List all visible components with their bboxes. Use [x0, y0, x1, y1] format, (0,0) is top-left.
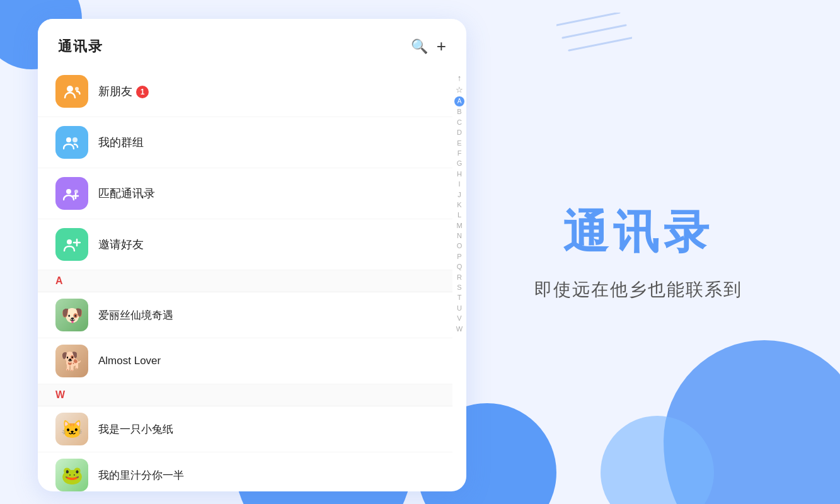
right-panel-subtitle: 即使远在他乡也能联系到	[534, 278, 742, 302]
contact-list: 新朋友1 我的群组	[38, 66, 452, 491]
invite-friends-item[interactable]: 邀请好友	[38, 219, 452, 270]
svg-point-5	[66, 137, 71, 142]
svg-point-9	[67, 239, 72, 244]
my-groups-label: 我的群组	[98, 135, 144, 150]
content-area: 新朋友1 我的群组	[38, 66, 466, 491]
half-avatar: 🐸	[55, 459, 88, 491]
match-contacts-label: 匹配通讯录	[98, 186, 155, 201]
rabbit-avatar: 🐱	[55, 413, 88, 445]
contacts-header: 通讯录 🔍 +	[38, 19, 466, 66]
invite-friends-label: 邀请好友	[98, 237, 144, 252]
contact-alice[interactable]: 🐶 爱丽丝仙境奇遇	[38, 292, 452, 338]
almost-lover-avatar: 🐕	[55, 345, 88, 377]
new-friends-icon	[55, 75, 88, 108]
contact-half[interactable]: 🐸 我的里汁分你一半	[38, 452, 452, 491]
almost-lover-name: Almost Lover	[98, 355, 161, 367]
match-contacts-icon	[55, 177, 88, 210]
contact-almost-lover[interactable]: 🐕 Almost Lover	[38, 338, 452, 384]
rabbit-name: 我是一只小兔纸	[98, 422, 173, 437]
alice-name: 爱丽丝仙境奇遇	[98, 308, 173, 323]
new-friends-label: 新朋友1	[98, 84, 149, 99]
match-contacts-item[interactable]: 匹配通讯录	[38, 168, 452, 219]
svg-point-8	[74, 190, 78, 193]
half-name: 我的里汁分你一半	[98, 468, 184, 483]
alice-avatar: 🐶	[55, 299, 88, 331]
my-groups-icon	[55, 126, 88, 159]
svg-point-7	[66, 189, 71, 194]
my-groups-item[interactable]: 我的群组	[38, 117, 452, 168]
new-friends-item[interactable]: 新朋友1	[38, 66, 452, 117]
invite-friends-icon	[55, 228, 88, 261]
section-w-header: W	[38, 384, 452, 406]
header-title: 通讯录	[58, 37, 103, 56]
right-panel-title: 通讯录	[563, 202, 714, 263]
section-a-header: A	[38, 270, 452, 292]
svg-point-4	[75, 87, 79, 91]
phone-card: 通讯录 🔍 + 新朋友1	[38, 19, 466, 491]
right-panel: 通讯录 即使远在他乡也能联系到	[437, 0, 840, 504]
svg-point-3	[67, 86, 73, 92]
new-friends-badge: 1	[136, 86, 149, 98]
contact-rabbit[interactable]: 🐱 我是一只小兔纸	[38, 406, 452, 452]
search-button[interactable]: 🔍	[411, 38, 428, 55]
svg-point-6	[72, 137, 78, 142]
